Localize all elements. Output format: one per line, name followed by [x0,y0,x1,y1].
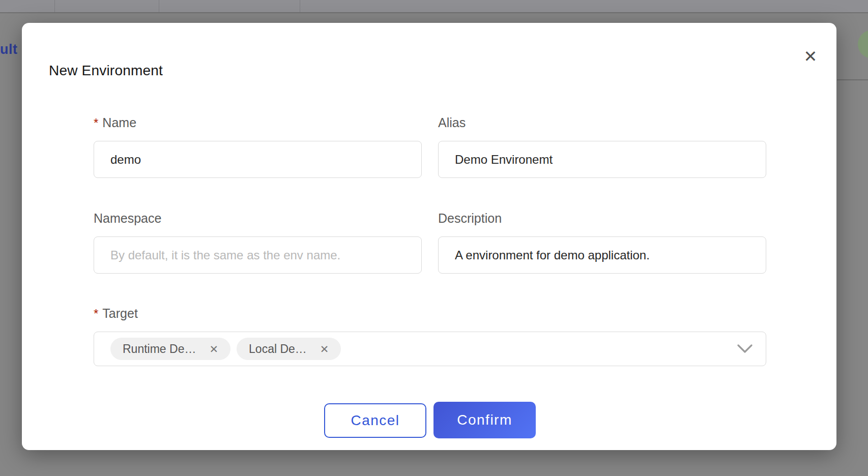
cancel-button[interactable]: Cancel [324,403,426,438]
background-table-header [0,0,868,13]
namespace-label: Namespace [94,210,422,226]
background-table-cell [0,0,55,12]
target-field-group: *Target Runtime De… ✕ Local De… ✕ [94,305,766,366]
tag-label: Local De… [249,342,307,356]
alias-input[interactable] [438,141,766,178]
confirm-button[interactable]: Confirm [433,402,536,438]
name-label-text: Name [102,115,136,130]
target-tag-local: Local De… ✕ [237,338,341,360]
description-label: Description [438,210,766,226]
namespace-field-group: Namespace [94,210,422,274]
required-mark: * [94,307,98,320]
remove-tag-icon[interactable]: ✕ [209,344,218,354]
new-environment-dialog: New Environment ✕ *Name Alias Namespace … [22,23,836,450]
name-input[interactable] [94,141,422,178]
remove-tag-icon[interactable]: ✕ [320,344,329,354]
background-truncated-link: ult [0,42,18,57]
background-table-cell [55,0,159,12]
background-table-cell [300,0,868,12]
alias-field-group: Alias [438,114,766,178]
background-table-cell [159,0,300,12]
alias-label: Alias [438,114,766,131]
chevron-down-icon[interactable] [737,344,753,353]
tag-label: Runtime De… [123,342,196,356]
target-label: *Target [94,305,766,321]
close-icon[interactable]: ✕ [796,42,825,71]
screen: ult New Environment ✕ *Name Alias Namesp… [0,0,868,476]
dialog-footer: Cancel Confirm [22,402,836,438]
background-divider [837,79,868,80]
description-input[interactable] [438,236,766,274]
target-tag-runtime: Runtime De… ✕ [110,338,230,360]
namespace-input[interactable] [94,236,422,274]
background-avatar [858,30,868,58]
dialog-title: New Environment [49,63,163,79]
target-label-text: Target [102,306,137,320]
name-field-group: *Name [94,114,422,178]
name-label: *Name [94,114,422,131]
required-mark: * [94,116,98,130]
description-field-group: Description [438,210,766,274]
target-multiselect[interactable]: Runtime De… ✕ Local De… ✕ [94,332,766,366]
